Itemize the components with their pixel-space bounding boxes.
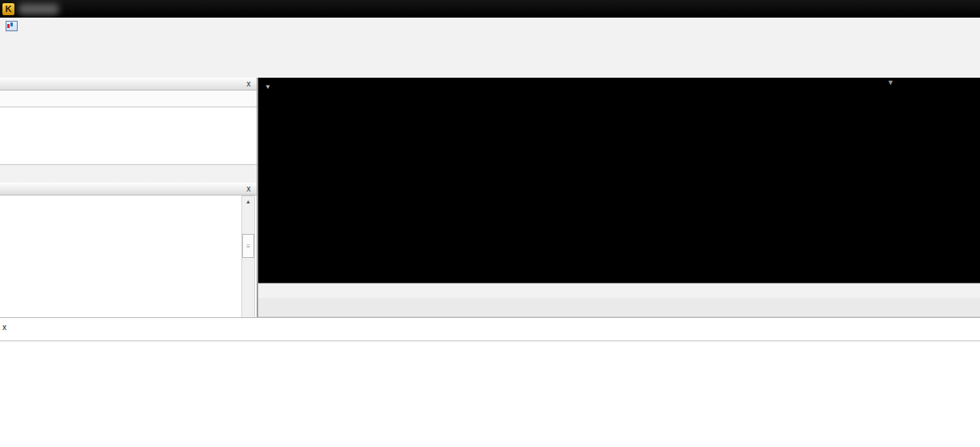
candlestick-chart	[258, 78, 980, 283]
navigator-title-bar: x	[0, 183, 257, 195]
terminal-header-row	[0, 323, 980, 341]
scroll-up-icon[interactable]: ▲	[245, 196, 251, 207]
navigator-close-icon[interactable]: x	[244, 184, 253, 193]
chart-ohlc-readout: ▼	[265, 81, 279, 91]
standard-toolbar	[0, 34, 980, 58]
menu-bar	[0, 18, 980, 34]
market-watch-close-icon[interactable]: x	[244, 79, 253, 88]
mt4-window: K x x ▲ ≡	[0, 0, 980, 447]
market-watch-panel: x	[0, 78, 257, 183]
market-watch-title-bar: x	[0, 78, 257, 91]
title-bar: K	[0, 0, 980, 18]
terminal-panel: x	[0, 317, 980, 447]
system-menu-icon[interactable]	[6, 21, 18, 31]
market-watch-header	[0, 91, 257, 107]
app-logo-icon: K	[2, 3, 14, 15]
redacted-account-blur	[18, 4, 59, 14]
chart-panel[interactable]: ▼ ▼	[258, 78, 980, 298]
market-watch-tab-bar	[0, 164, 257, 183]
scrollbar-thumb[interactable]: ≡	[242, 234, 254, 258]
drawing-toolbar	[0, 58, 980, 79]
chart-time-axis	[258, 283, 980, 299]
chart-scroll-marker-icon: ▼	[887, 79, 894, 87]
chart-collapse-icon[interactable]: ▼	[265, 83, 271, 91]
chart-tab-bar	[258, 298, 980, 317]
terminal-close-icon[interactable]: x	[2, 323, 6, 332]
